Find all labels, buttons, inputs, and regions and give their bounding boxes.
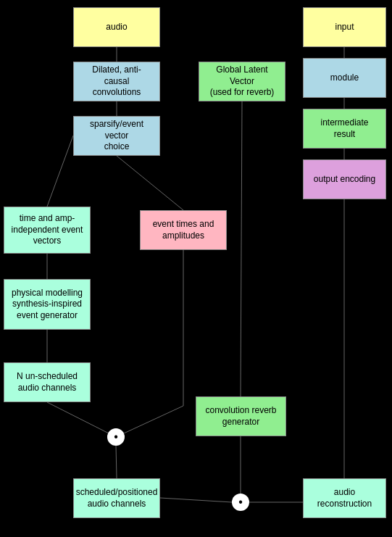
- audio-label: audio: [106, 22, 127, 33]
- intermediate-box: intermediate result: [303, 109, 386, 149]
- scheduled-box: scheduled/positioned audio channels: [73, 478, 160, 518]
- sparsify-box: sparsify/event vector choice: [73, 116, 160, 156]
- input-label: input: [335, 22, 354, 33]
- svg-line-11: [160, 498, 232, 502]
- output-encoding-box: output encoding: [303, 159, 386, 199]
- physical-modelling-box: physical modelling synthesis-inspired ev…: [4, 279, 91, 330]
- dilated-box: Dilated, anti-causal convolutions: [73, 62, 160, 101]
- n-unscheduled-box: N un-scheduled audio channels: [4, 362, 91, 402]
- svg-line-8: [116, 406, 183, 437]
- module-box: module: [303, 58, 386, 98]
- svg-line-3: [117, 156, 183, 210]
- global-latent-label: Global Latent Vector (used for reverb): [205, 64, 279, 99]
- intermediate-label: intermediate result: [309, 117, 380, 140]
- output-encoding-label: output encoding: [314, 174, 375, 186]
- svg-line-6: [47, 402, 116, 437]
- audio-reconstruction-label: audio reconstruction: [309, 487, 380, 509]
- module-label: module: [330, 72, 359, 84]
- event-times-label: event times and amplitudes: [146, 219, 220, 241]
- time-amp-label: time and amp-independent event vectors: [10, 213, 84, 247]
- audio-box: audio: [73, 7, 160, 47]
- global-latent-box: Global Latent Vector (used for reverb): [199, 62, 285, 101]
- svg-line-10: [116, 446, 117, 478]
- event-times-box: event times and amplitudes: [140, 210, 227, 250]
- physical-modelling-label: physical modelling synthesis-inspired ev…: [10, 288, 84, 322]
- dot1: •: [107, 428, 125, 446]
- svg-line-16: [241, 101, 242, 396]
- input-box: input: [303, 7, 386, 47]
- dilated-label: Dilated, anti-causal convolutions: [80, 64, 154, 99]
- convolution-reverb-label: convolution reverb generator: [205, 405, 276, 428]
- audio-reconstruction-box: audio reconstruction: [303, 478, 386, 518]
- n-unscheduled-label: N un-scheduled audio channels: [10, 371, 84, 394]
- sparsify-label: sparsify/event vector choice: [80, 119, 154, 153]
- dot2: •: [232, 494, 249, 511]
- scheduled-label: scheduled/positioned audio channels: [76, 487, 158, 509]
- svg-line-2: [47, 136, 73, 207]
- time-amp-box: time and amp-independent event vectors: [4, 207, 91, 254]
- convolution-reverb-box: convolution reverb generator: [196, 396, 286, 436]
